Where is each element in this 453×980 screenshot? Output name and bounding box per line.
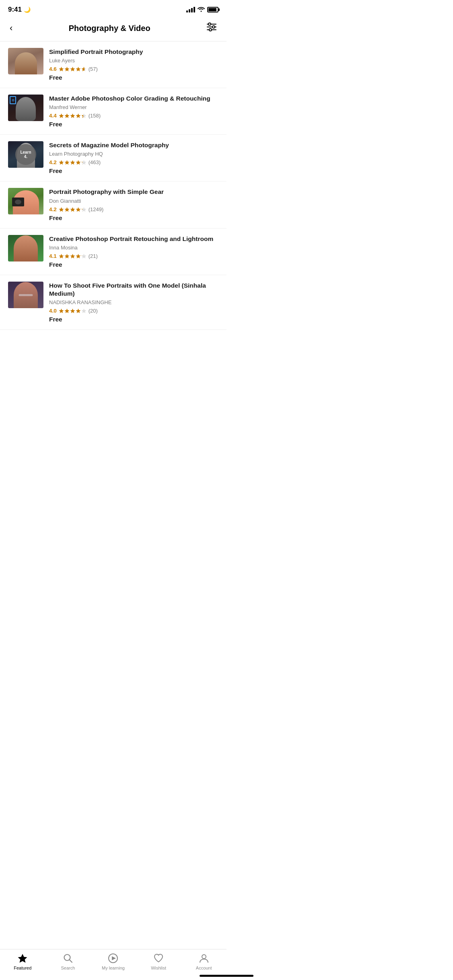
rating-count-6: (20)	[89, 308, 98, 314]
course-thumbnail-2: ⚙	[8, 95, 43, 121]
battery-icon	[207, 7, 218, 12]
stars-1	[59, 66, 86, 72]
svg-marker-16	[59, 160, 64, 165]
course-item-5[interactable]: Creative Photoshop Portrait Retouching a…	[0, 229, 226, 275]
svg-marker-15	[81, 113, 86, 118]
course-title-2: Master Adobe Photoshop Color Grading & R…	[49, 95, 218, 103]
svg-point-4	[212, 26, 215, 28]
course-author-6: NADISHKA RANASINGHE	[49, 299, 218, 305]
rating-count-5: (21)	[89, 253, 98, 259]
course-title-3: Secrets of Magazine Model Photography	[49, 141, 218, 149]
course-rating-row-3: 4.2 (463)	[49, 159, 218, 165]
course-thumbnail-5	[8, 235, 43, 261]
course-price-4: Free	[49, 214, 218, 222]
course-price-3: Free	[49, 167, 218, 175]
rating-value-1: 4.6	[49, 66, 57, 72]
learn-text: Learn4.	[20, 150, 31, 159]
course-info-3: Secrets of Magazine Model Photography Le…	[49, 141, 218, 175]
svg-marker-31	[59, 309, 64, 313]
course-rating-row-4: 4.2 (1249)	[49, 206, 218, 212]
wifi-icon	[198, 6, 205, 13]
svg-marker-12	[64, 113, 69, 118]
svg-marker-17	[64, 160, 69, 165]
svg-marker-32	[64, 309, 69, 313]
stars-4	[59, 207, 86, 212]
course-rating-row-1: 4.6 (57)	[49, 66, 218, 72]
rating-value-2: 4.4	[49, 113, 57, 119]
status-icons	[186, 6, 218, 13]
learn-overlay[interactable]: Learn4.	[15, 144, 36, 165]
course-thumbnail-3: Learn4.	[8, 141, 43, 168]
svg-marker-13	[70, 113, 75, 118]
rating-value-5: 4.1	[49, 253, 57, 259]
course-thumbnail-1	[8, 48, 43, 74]
svg-marker-7	[64, 67, 69, 71]
svg-marker-24	[76, 207, 80, 212]
course-item-6[interactable]: How To Shoot Five Portraits with One Mod…	[0, 275, 226, 330]
svg-marker-27	[64, 254, 69, 258]
course-author-2: Manfred Werner	[49, 104, 218, 110]
svg-marker-8	[70, 67, 75, 71]
course-list: Simplified Portrait Photography Luke Aye…	[0, 41, 226, 370]
stars-5	[59, 253, 86, 259]
course-price-1: Free	[49, 74, 218, 81]
course-item-2[interactable]: ⚙ Master Adobe Photoshop Color Grading &…	[0, 88, 226, 135]
page-title: Photography & Video	[14, 24, 205, 33]
rating-value-3: 4.2	[49, 159, 57, 165]
rating-count-1: (57)	[89, 66, 98, 72]
course-author-3: Learn Photography HQ	[49, 151, 218, 157]
svg-marker-11	[59, 113, 64, 118]
course-price-6: Free	[49, 316, 218, 323]
course-author-4: Don Giannatti	[49, 198, 218, 204]
course-rating-row-5: 4.1 (21)	[49, 253, 218, 259]
course-title-4: Portrait Photography with Simple Gear	[49, 188, 218, 196]
course-price-5: Free	[49, 261, 218, 268]
svg-point-5	[209, 29, 212, 31]
course-info-1: Simplified Portrait Photography Luke Aye…	[49, 48, 218, 81]
svg-marker-30	[81, 254, 86, 258]
course-info-5: Creative Photoshop Portrait Retouching a…	[49, 235, 218, 268]
svg-marker-23	[70, 207, 75, 212]
svg-marker-18	[70, 160, 75, 165]
course-rating-row-6: 4.0 (20)	[49, 308, 218, 314]
svg-marker-34	[76, 309, 80, 313]
course-price-2: Free	[49, 121, 218, 128]
back-button[interactable]: ‹	[8, 21, 14, 35]
svg-marker-28	[70, 254, 75, 258]
moon-icon: 🌙	[24, 6, 31, 13]
course-title-5: Creative Photoshop Portrait Retouching a…	[49, 235, 218, 243]
course-title-6: How To Shoot Five Portraits with One Mod…	[49, 282, 218, 298]
course-title-1: Simplified Portrait Photography	[49, 48, 218, 56]
filter-button[interactable]	[205, 21, 218, 35]
course-item-1[interactable]: Simplified Portrait Photography Luke Aye…	[0, 41, 226, 88]
stars-2	[59, 113, 86, 118]
rating-count-3: (463)	[89, 159, 101, 165]
stars-6	[59, 308, 86, 313]
course-author-1: Luke Ayers	[49, 58, 218, 64]
svg-marker-35	[81, 309, 86, 313]
stars-3	[59, 160, 86, 165]
svg-marker-26	[59, 254, 64, 258]
svg-marker-22	[64, 207, 69, 212]
svg-marker-21	[59, 207, 64, 212]
course-thumbnail-6	[8, 282, 43, 308]
course-info-6: How To Shoot Five Portraits with One Mod…	[49, 282, 218, 323]
status-bar: 9:41 🌙	[0, 0, 226, 17]
course-item-4[interactable]: Portrait Photography with Simple Gear Do…	[0, 181, 226, 228]
svg-marker-33	[70, 309, 75, 313]
page-header: ‹ Photography & Video	[0, 17, 226, 41]
status-time: 9:41	[8, 6, 22, 14]
svg-point-3	[208, 23, 211, 25]
svg-marker-6	[59, 67, 64, 71]
course-info-2: Master Adobe Photoshop Color Grading & R…	[49, 95, 218, 128]
rating-count-4: (1249)	[89, 206, 104, 212]
signal-icon	[186, 7, 195, 12]
course-item-3[interactable]: Learn4. Secrets of Magazine Model Photog…	[0, 135, 226, 181]
svg-marker-10	[81, 67, 86, 71]
svg-marker-14	[76, 113, 80, 118]
rating-count-2: (158)	[89, 113, 101, 119]
course-rating-row-2: 4.4 (158)	[49, 113, 218, 119]
rating-value-4: 4.2	[49, 206, 57, 212]
rating-value-6: 4.0	[49, 308, 57, 314]
course-thumbnail-4	[8, 188, 43, 214]
